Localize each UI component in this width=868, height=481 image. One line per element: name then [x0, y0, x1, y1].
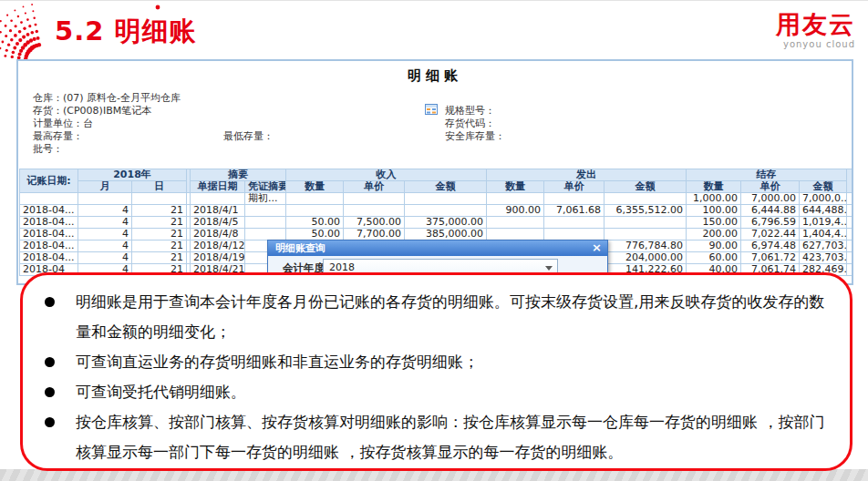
unit-info: 计量单位：台: [33, 117, 93, 130]
table-cell: 7,500.00: [344, 217, 405, 229]
col-header-balance: 结存: [687, 169, 847, 181]
table-cell: [487, 229, 544, 240]
table-header-row: 记账日期: 2018年 摘要 收入 发出 结存: [20, 169, 854, 181]
col-header-year: 2018年: [78, 169, 187, 181]
table-row[interactable]: 2018-04...4212018/4/850.007,700.00385,00…: [20, 229, 854, 240]
table-cell: 4: [78, 229, 132, 240]
table-cell: 4: [78, 205, 132, 217]
table-cell: 2018-04...: [20, 229, 78, 240]
bullet-icon: [45, 357, 55, 367]
dialog-titlebar[interactable]: 明细账查询 ×: [268, 240, 607, 256]
warehouse-value: (07) 原料仓-全月平均仓库: [63, 92, 181, 104]
table-cell: 50.00: [286, 229, 344, 240]
notes-box: 明细账是用于查询本会计年度各月份已记账的各存货的明细账。可按末级存货设置,用来反…: [20, 272, 852, 471]
table-cell: 6,444.88: [741, 205, 800, 217]
table-cell: [544, 217, 604, 229]
col-header-in: 收入: [286, 169, 487, 181]
warehouse-info: 仓库：(07) 原料仓-全月平均仓库: [33, 91, 181, 105]
table-cell: 2018-04...: [20, 217, 78, 229]
table-cell: 21: [132, 229, 187, 240]
table-cell: 200.00: [687, 229, 741, 240]
note-text: 可查询直运业务的存货明细账和非直运业务的存货明细账；: [76, 353, 479, 371]
table-cell: [78, 193, 132, 205]
table-cell: 2018/4/1: [191, 205, 245, 217]
ledger-title: 明细账: [18, 67, 852, 85]
table-cell: 7,061.68: [544, 205, 604, 217]
table-cell: 2018/4/5: [191, 217, 245, 229]
list-item: 明细账是用于查询本会计年度各月份已记账的各存货的明细账。可按末级存货设置,用来反…: [76, 287, 830, 347]
note-text: 可查询受托代销明细账。: [76, 383, 246, 401]
col-header-doc-date: 单据日期: [191, 181, 245, 193]
table-row[interactable]: 期初...1,000.007,000.007,000,0...: [20, 193, 854, 205]
table-cell: 6,796.59: [741, 217, 800, 229]
table-cell: 4: [78, 240, 132, 252]
table-row[interactable]: 2018-04...4212018/4/550.007,500.00375,00…: [20, 217, 854, 229]
note-text: 按仓库核算、按部门核算、按存货核算对明细账的影响：按仓库核算显示每一仓库每一存货…: [76, 413, 824, 461]
table-cell: 21: [132, 240, 187, 252]
table-cell: [20, 193, 78, 205]
list-item: 可查询受托代销明细账。: [76, 377, 830, 407]
col-header-in-qty: 数量: [286, 181, 344, 193]
table-cell: 204,000.00: [604, 252, 687, 264]
table-cell: 900.00: [487, 205, 544, 217]
table-cell: [245, 229, 286, 240]
table-cell: 2018/4/12: [191, 240, 245, 252]
warehouse-label: 仓库：: [33, 92, 63, 104]
list-item: 可查询直运业务的存货明细账和非直运业务的存货明细账；: [76, 347, 830, 377]
table-cell: [604, 229, 687, 240]
table-cell: 2018-04...: [20, 240, 78, 252]
table-cell: 21: [132, 252, 187, 264]
table-cell: [847, 264, 853, 276]
bullet-icon: [45, 387, 55, 397]
table-cell: 4: [78, 217, 132, 229]
table-cell: 60.00: [687, 252, 741, 264]
table-cell: 7,061.72: [741, 252, 800, 264]
col-header-extra: [847, 169, 853, 193]
table-cell: [487, 217, 544, 229]
table-cell: [405, 193, 487, 205]
logo-text: 用友云: [776, 10, 855, 39]
table-cell: 776,784.80: [604, 240, 687, 252]
table-cell: [487, 193, 544, 205]
stock-code-label: 存货代码：: [445, 117, 495, 130]
grid-icon[interactable]: [425, 104, 438, 115]
yonyou-logo: 用友云 yonyou cloud: [776, 10, 855, 49]
table-cell: 100.00: [687, 205, 741, 217]
col-header-out-amt: 金额: [604, 181, 687, 193]
col-header-in-amt: 金额: [405, 181, 487, 193]
col-header-summary: 摘要: [191, 169, 286, 181]
safe-stock-label: 安全库存量：: [445, 129, 505, 143]
stock-info: 存货：(CP008)IBM笔记本: [33, 104, 151, 118]
table-cell: [191, 193, 245, 205]
table-cell: 期初...: [245, 193, 286, 205]
table-cell: [245, 205, 286, 217]
table-cell: 7,022.44: [741, 229, 800, 240]
table-cell: 7,700.00: [344, 229, 405, 240]
table-cell: 644,488...: [800, 205, 847, 217]
table-cell: [544, 193, 604, 205]
col-header-day: 日: [132, 181, 187, 193]
close-icon[interactable]: ×: [592, 240, 602, 255]
dialog-title: 明细账查询: [275, 242, 326, 254]
table-cell: 1,000.00: [687, 193, 741, 205]
table-cell: 2018-04...: [20, 205, 78, 217]
spec-label: 规格型号：: [445, 104, 495, 118]
table-cell: [405, 205, 487, 217]
unit-value: 台: [83, 118, 93, 129]
table-cell: 1,019,4...: [800, 217, 847, 229]
unit-label: 计量单位：: [33, 118, 83, 129]
table-cell: [847, 229, 853, 240]
table-cell: 385,000.00: [405, 229, 487, 240]
table-cell: [544, 229, 604, 240]
table-cell: 1,404,4...: [800, 229, 847, 240]
table-cell: 4: [78, 252, 132, 264]
table-cell: [132, 193, 187, 205]
table-cell: [847, 240, 853, 252]
table-cell: 90.00: [687, 240, 741, 252]
table-row[interactable]: 2018-04...4212018/4/1900.007,061.686,355…: [20, 205, 854, 217]
table-cell: [847, 217, 853, 229]
table-cell: [286, 205, 344, 217]
table-cell: 150.00: [687, 217, 741, 229]
col-header-bal-price: 单价: [741, 181, 800, 193]
bullet-icon: [45, 297, 55, 307]
